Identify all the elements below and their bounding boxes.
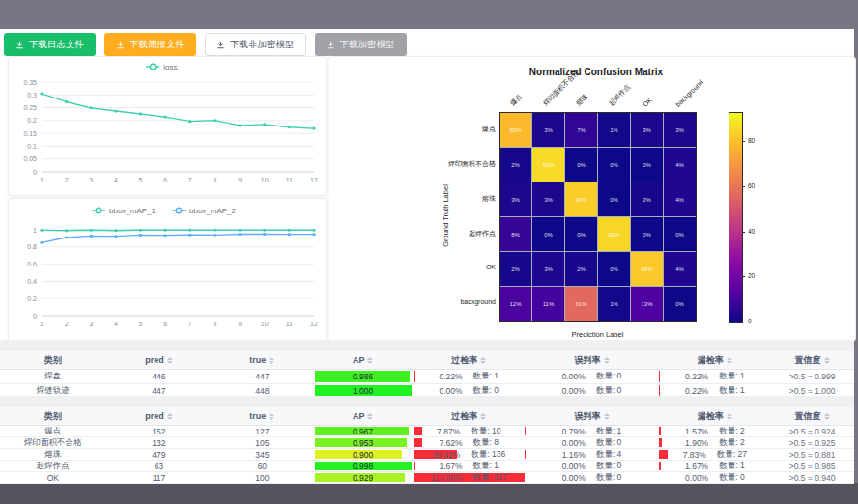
cm-cell-熔珠-熔珠: 90% (565, 182, 597, 216)
column-header-label: pred (145, 411, 164, 421)
column-header-漏检率[interactable]: 漏检率 (659, 407, 770, 425)
data-point (214, 119, 216, 122)
rate-percent: 117.00% (431, 473, 463, 483)
download-toolbar: 下载日志文件 下载简报文件 下载非加密模型 下载加密模型 (4, 34, 407, 55)
x-tick-label: 3 (89, 177, 93, 183)
sort-caret-icon[interactable] (367, 357, 373, 364)
column-header-label: 类别 (44, 410, 62, 423)
cell-overdetect-rate: 39.42%数量: 136 (414, 449, 525, 460)
data-point (90, 235, 93, 238)
window-chrome-top (0, 0, 858, 29)
cell-class: 爆点 (0, 426, 106, 436)
column-header-pred[interactable]: pred (106, 407, 213, 425)
column-header-过检率[interactable]: 过检率 (414, 407, 525, 425)
column-header-pred[interactable]: pred (106, 351, 213, 369)
x-tick-label: 6 (163, 321, 167, 327)
x-tick-label: 4 (114, 177, 118, 183)
cm-cell-background-OK: 13% (631, 287, 663, 321)
column-header-置信度[interactable]: 置信度 (770, 351, 854, 369)
column-header-true[interactable]: true (212, 351, 312, 369)
cm-cell-起焊作点-爆点: 8% (500, 217, 531, 251)
rate-percent: 1.67% (439, 462, 462, 471)
y-tick-label: 1 (33, 227, 37, 234)
cm-cell-爆点-OK: 3% (631, 113, 663, 147)
sort-caret-icon[interactable] (824, 413, 830, 420)
cm-cell-background-background: 0% (664, 287, 696, 321)
data-point (164, 234, 167, 237)
column-header-漏检率[interactable]: 漏检率 (659, 351, 770, 369)
download-brief-button[interactable]: 下载简报文件 (104, 33, 196, 56)
download-encrypted-model-button[interactable]: 下载加密模型 (315, 33, 407, 56)
sort-caret-icon[interactable] (167, 413, 173, 420)
rate-percent: 39.42% (432, 450, 460, 460)
ap-value: 0.929 (315, 473, 412, 482)
sort-caret-icon[interactable] (727, 357, 732, 364)
cell-ap: 0.900 (313, 449, 414, 460)
sort-caret-icon[interactable] (727, 413, 732, 420)
colorbar-tick-label: 0 (748, 318, 752, 324)
cm-cell-熔珠-OK: 2% (631, 182, 663, 216)
sort-caret-icon[interactable] (604, 357, 610, 364)
cell-missdetect-rate: 0.00%数量: 0 (659, 472, 770, 483)
download-icon (116, 41, 125, 49)
cm-cell-background-焊印面积不合格: 11% (532, 287, 564, 321)
download-icon (327, 41, 335, 49)
cell-pred: 152 (106, 426, 213, 436)
column-header-置信度[interactable]: 置信度 (770, 407, 854, 425)
rate-percent: 1.16% (562, 450, 586, 460)
cm-row-label: 爆点 (426, 125, 496, 134)
column-header-label: true (249, 411, 266, 421)
column-header-label: 误判率 (575, 354, 601, 367)
column-header-true[interactable]: true (212, 407, 312, 425)
data-point (114, 109, 117, 112)
download-log-button[interactable]: 下载日志文件 (4, 33, 96, 56)
colorbar-tick-label: 40 (748, 228, 755, 235)
data-point (214, 234, 216, 237)
column-header-AP[interactable]: AP (313, 407, 414, 425)
sort-caret-icon[interactable] (480, 357, 486, 364)
data-point (139, 234, 142, 237)
legend-bbox_mAP_2[interactable]: bbox_mAP_2 (172, 207, 237, 215)
data-point (40, 92, 43, 95)
sort-caret-icon[interactable] (824, 357, 830, 364)
cm-cell-OK-熔珠: 2% (565, 252, 597, 286)
download-plain-model-button[interactable]: 下载非加密模型 (205, 33, 306, 56)
colorbar-tick-mark (742, 141, 745, 142)
x-tick-label: 6 (163, 177, 167, 183)
cm-cell-焊印面积不合格-熔珠: 0% (565, 148, 597, 182)
rate-percent: 0.00% (439, 386, 462, 396)
rate-count: 数量: 2 (719, 437, 744, 448)
sort-caret-icon[interactable] (480, 413, 486, 420)
cell-overdetect-rate: 0.22%数量: 1 (414, 370, 525, 383)
column-header-误判率[interactable]: 误判率 (525, 407, 660, 425)
sort-caret-icon[interactable] (167, 357, 173, 364)
y-tick-label: 0.2 (27, 295, 37, 302)
legend-loss[interactable]: loss (146, 63, 177, 71)
y-tick-label: 0.3 (27, 92, 37, 98)
cm-cell-熔珠-爆点: 3% (500, 182, 531, 216)
data-point (312, 229, 315, 232)
column-header-过检率[interactable]: 过检率 (414, 351, 525, 369)
sort-caret-icon[interactable] (604, 413, 610, 420)
legend-bbox_mAP_1[interactable]: bbox_mAP_1 (92, 207, 157, 215)
y-tick-label: 0.05 (23, 155, 37, 162)
sort-caret-icon[interactable] (367, 413, 373, 420)
cell-true: 447 (212, 370, 312, 383)
sort-caret-icon[interactable] (269, 357, 274, 364)
rate-count: 数量: 0 (596, 437, 621, 448)
table-row: 焊盘4464470.9860.22%数量: 10.00%数量: 00.22%数量… (0, 370, 854, 384)
cell-true: 105 (212, 437, 312, 448)
sort-caret-icon[interactable] (269, 413, 274, 420)
column-header-误判率[interactable]: 误判率 (525, 351, 660, 369)
cell-ap: 0.986 (313, 370, 414, 383)
data-point (312, 126, 315, 129)
column-header-AP[interactable]: AP (313, 351, 414, 369)
data-point (139, 112, 142, 115)
rate-count: 数量: 0 (596, 472, 621, 483)
ap-value: 0.986 (315, 371, 412, 382)
cell-confidence: >0.5 = 0.940 (770, 472, 854, 483)
data-point (139, 229, 142, 232)
column-header-label: AP (353, 411, 365, 421)
cell-true: 345 (212, 449, 312, 460)
table-header-row: 类别predtrueAP过检率误判率漏检率置信度 (0, 351, 854, 370)
